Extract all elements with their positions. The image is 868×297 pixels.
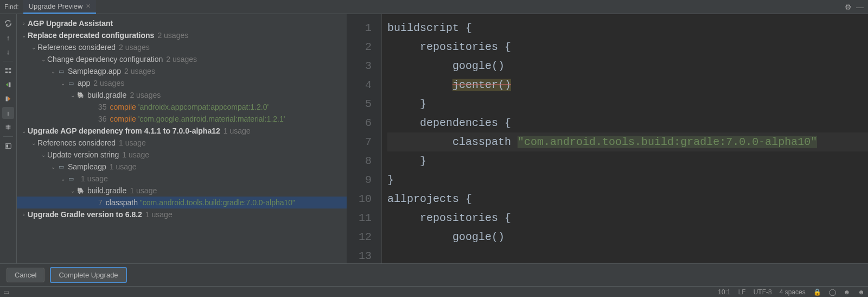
line-kw: compile [110, 103, 136, 111]
tree-folder-app[interactable]: ⌄ ▭ app 2 usages [17, 77, 347, 89]
face-icon[interactable]: ☻ [844, 288, 851, 296]
chevron-down-icon: ⌄ [59, 176, 67, 182]
tree-file-build-gradle[interactable]: ⌄ 🐘 build.gradle 1 usage [17, 185, 347, 197]
cancel-button[interactable]: Cancel [7, 268, 44, 282]
prev-change-icon[interactable] [2, 93, 14, 105]
show-panel-icon[interactable]: ▭ [3, 288, 9, 296]
button-bar: Cancel Complete Upgrade [0, 263, 868, 286]
usages-label: 1 usage [145, 210, 173, 219]
chevron-down-icon: ⌄ [30, 140, 37, 146]
svg-rect-1 [9, 68, 11, 70]
tree-section-label: Upgrade Gradle version to 6.8.2 [28, 210, 142, 219]
code-editor[interactable]: 12345678910111213 buildscript { reposito… [347, 14, 868, 263]
line-no: 35 [98, 103, 107, 111]
tree-refs-label: References considered [37, 138, 116, 147]
lock-icon[interactable]: 🔒 [813, 288, 821, 296]
svg-rect-2 [5, 72, 8, 73]
tree-section-upgrade-gradle[interactable]: › Upgrade Gradle version to 6.8.2 1 usag… [17, 208, 347, 220]
tree-folder-blank[interactable]: ⌄ ▭ 1 usage [17, 173, 347, 185]
tree-module-sampleagp[interactable]: ⌄ ▭ Sampleagp 1 usage [17, 161, 347, 173]
chevron-down-icon: ⌄ [69, 188, 76, 194]
chevron-down-icon: ⌄ [59, 80, 67, 86]
svg-rect-4 [9, 83, 11, 87]
status-line-ending[interactable]: LF [738, 288, 746, 296]
folder-icon: ▭ [67, 174, 75, 183]
tree-references-considered[interactable]: ⌄ References considered 2 usages [17, 41, 347, 53]
chevron-down-icon: ⌄ [40, 56, 47, 62]
inspections-icon[interactable]: ◯ [829, 288, 836, 296]
tree-update-version-string[interactable]: ⌄ Update version string 1 usage [17, 149, 347, 161]
complete-upgrade-button[interactable]: Complete Upgrade [50, 267, 126, 283]
chevron-right-icon: › [20, 212, 28, 218]
tree-line-ref[interactable]: 36 compile 'com.google.android.material:… [17, 113, 347, 125]
usages-label: 1 usage [122, 150, 149, 159]
minimize-icon[interactable]: — [856, 3, 864, 11]
tree-module-sampleagp-app[interactable]: ⌄ ▭ Sampleagp.app 2 usages [17, 65, 347, 77]
usages-label: 1 usage [224, 127, 251, 135]
close-icon[interactable]: ✕ [86, 3, 91, 10]
svg-rect-5 [6, 97, 8, 102]
line-kw: classpath [106, 198, 138, 207]
refresh-icon[interactable] [2, 17, 14, 29]
tree-change-label: Update version string [47, 150, 119, 159]
tree-file-label: build.gradle [87, 91, 126, 99]
tree-line-ref-selected[interactable]: 7 classpath "com.android.tools.build:gra… [17, 197, 347, 208]
tree-change-label: Change dependency configuration [47, 55, 163, 64]
code-lines: buildscript { repositories { google() jc… [382, 14, 868, 263]
tree-file-label: build.gradle [87, 186, 126, 195]
tree-change-dep-config[interactable]: ⌄ Change dependency configuration 2 usag… [17, 53, 347, 65]
usages-label: 1 usage [110, 162, 137, 171]
tree-refs-label: References considered [37, 43, 116, 52]
svg-rect-0 [5, 68, 8, 70]
gradle-icon: 🐘 [76, 186, 85, 195]
status-encoding[interactable]: UTF-8 [754, 288, 772, 296]
chevron-down-icon: ⌄ [49, 68, 57, 74]
next-change-icon[interactable] [2, 79, 14, 91]
tab-upgrade-preview[interactable]: Upgrade Preview ✕ [23, 0, 97, 14]
status-indent[interactable]: 4 spaces [780, 288, 806, 296]
chevron-right-icon: › [20, 21, 28, 27]
arrow-up-icon[interactable]: ↑ [2, 31, 14, 43]
line-no: 7 [98, 198, 103, 207]
collapse-icon[interactable] [2, 65, 14, 77]
tree-file-build-gradle[interactable]: ⌄ 🐘 build.gradle 2 usages [17, 89, 347, 101]
line-kw: compile [110, 115, 136, 123]
usages-label: 1 usage [81, 174, 108, 183]
tree-root[interactable]: › AGP Upgrade Assistant [17, 17, 347, 29]
tree-section-replace-deprecated[interactable]: ⌄ Replace deprecated configurations 2 us… [17, 29, 347, 41]
tree-panel: › AGP Upgrade Assistant ⌄ Replace deprec… [17, 14, 347, 263]
usages-label: 2 usages [157, 31, 188, 40]
svg-rect-7 [7, 144, 9, 147]
module-icon: ▭ [57, 67, 66, 75]
tool-gutter: ↑ ↓ i [0, 14, 17, 263]
tree-folder-label: app [78, 79, 90, 87]
usages-label: 2 usages [93, 79, 124, 87]
tree-line-ref[interactable]: 35 compile 'androidx.appcompat:appcompat… [17, 101, 347, 113]
info-icon[interactable]: i [2, 107, 14, 119]
expand-all-icon[interactable] [2, 121, 14, 133]
chevron-down-icon: ⌄ [30, 45, 37, 50]
usages-label: 2 usages [124, 67, 155, 75]
tree-references-considered[interactable]: ⌄ References considered 1 usage [17, 137, 347, 149]
gutter: 12345678910111213 [347, 14, 382, 263]
chevron-down-icon: ⌄ [69, 92, 76, 98]
face2-icon[interactable]: ☻ [858, 288, 865, 296]
tree-section-label: Replace deprecated configurations [28, 31, 154, 40]
chevron-down-icon: ⌄ [40, 152, 47, 158]
folder-icon: ▭ [67, 79, 75, 87]
line-no: 36 [98, 115, 107, 123]
preview-icon[interactable] [2, 140, 14, 152]
gear-icon[interactable]: ⚙ [845, 3, 852, 11]
arrow-down-icon[interactable]: ↓ [2, 46, 14, 58]
usages-label: 2 usages [130, 91, 161, 99]
line-str: 'com.google.android.material:material:1.… [138, 115, 285, 123]
chevron-down-icon: ⌄ [20, 128, 28, 134]
tree-module-label: Sampleagp [68, 162, 106, 171]
find-bar: Find: Upgrade Preview ✕ ⚙ — [0, 0, 868, 14]
svg-rect-3 [9, 72, 11, 73]
status-position[interactable]: 10:1 [718, 288, 730, 296]
tree-section-upgrade-agp[interactable]: ⌄ Upgrade AGP dependency from 4.1.1 to 7… [17, 125, 347, 137]
usages-label: 1 usage [119, 138, 146, 147]
chevron-down-icon: ⌄ [20, 33, 28, 39]
tab-label: Upgrade Preview [29, 2, 83, 10]
